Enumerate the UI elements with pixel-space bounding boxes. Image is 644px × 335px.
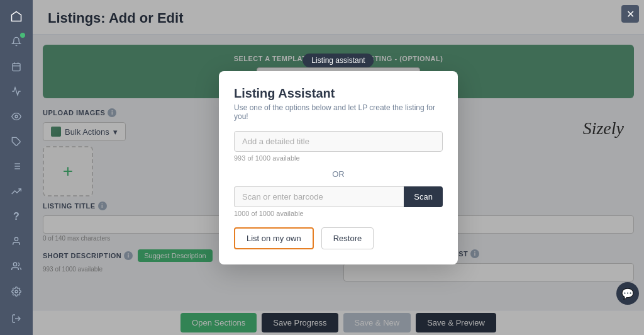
sidebar-item-people[interactable] xyxy=(5,255,28,278)
svg-point-15 xyxy=(15,290,18,293)
barcode-char-count: 1000 of 1000 available xyxy=(234,210,443,217)
modal-header-bar: Listing assistant xyxy=(303,54,374,67)
title-char-count: 993 of 1000 available xyxy=(234,154,443,162)
svg-rect-1 xyxy=(13,63,20,71)
sidebar-item-tag[interactable] xyxy=(5,130,28,153)
sidebar-item-calendar[interactable] xyxy=(5,55,28,78)
listing-assistant-modal: Listing assistant Listing Assistant Use … xyxy=(219,71,458,264)
svg-point-14 xyxy=(13,263,16,266)
barcode-row: Scan xyxy=(234,186,443,207)
svg-marker-0 xyxy=(12,11,21,21)
sidebar-item-settings[interactable] xyxy=(5,280,28,303)
sidebar: ? xyxy=(0,0,33,335)
sidebar-item-user[interactable] xyxy=(5,230,28,253)
restore-button[interactable]: Restore xyxy=(321,227,374,249)
sidebar-item-help[interactable]: ? xyxy=(5,205,28,228)
svg-point-13 xyxy=(14,237,18,241)
list-on-my-own-button[interactable]: List on my own xyxy=(234,227,314,249)
or-divider: OR xyxy=(234,169,443,179)
sidebar-item-trending[interactable] xyxy=(5,180,28,203)
modal-overlay: Listing assistant Listing Assistant Use … xyxy=(33,0,644,335)
modal-actions: List on my own Restore xyxy=(234,227,443,249)
scan-button[interactable]: Scan xyxy=(404,186,443,207)
sidebar-item-home[interactable] xyxy=(5,5,28,28)
svg-point-5 xyxy=(15,115,18,118)
modal-title: Listing Assistant xyxy=(234,86,443,101)
barcode-input[interactable] xyxy=(234,186,404,207)
sidebar-item-chart[interactable] xyxy=(5,80,28,103)
sidebar-item-list[interactable] xyxy=(5,155,28,178)
chat-bubble[interactable]: 💬 xyxy=(616,282,639,305)
sidebar-item-logout[interactable] xyxy=(5,307,28,330)
close-button[interactable]: ✕ xyxy=(621,5,639,23)
sidebar-item-eye[interactable] xyxy=(5,105,28,128)
title-input[interactable] xyxy=(234,131,443,152)
modal-subtitle: Use one of the options below and let LP … xyxy=(234,103,443,121)
